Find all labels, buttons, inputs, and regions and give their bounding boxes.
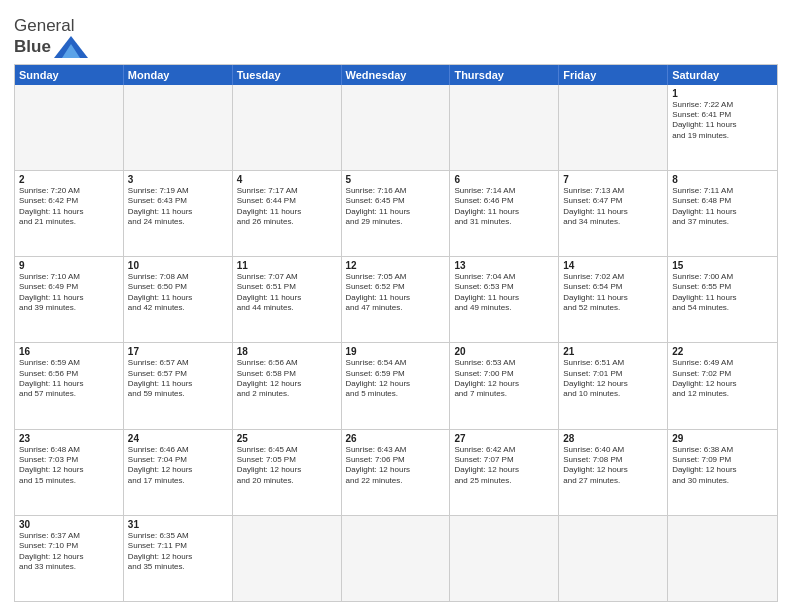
calendar-body: 1Sunrise: 7:22 AM Sunset: 6:41 PM Daylig…: [15, 85, 777, 601]
logo-blue-text: Blue: [14, 37, 51, 57]
cell-info: Sunrise: 6:54 AM Sunset: 6:59 PM Dayligh…: [346, 358, 446, 400]
cal-week-3: 16Sunrise: 6:59 AM Sunset: 6:56 PM Dayli…: [15, 342, 777, 428]
cell-info: Sunrise: 7:22 AM Sunset: 6:41 PM Dayligh…: [672, 100, 773, 142]
cell-info: Sunrise: 6:35 AM Sunset: 7:11 PM Dayligh…: [128, 531, 228, 573]
day-number: 1: [672, 88, 773, 99]
cal-cell: [124, 85, 233, 170]
day-number: 19: [346, 346, 446, 357]
cal-cell: 20Sunrise: 6:53 AM Sunset: 7:00 PM Dayli…: [450, 343, 559, 428]
cal-cell: 2Sunrise: 7:20 AM Sunset: 6:42 PM Daylig…: [15, 171, 124, 256]
cal-cell: 14Sunrise: 7:02 AM Sunset: 6:54 PM Dayli…: [559, 257, 668, 342]
cell-info: Sunrise: 6:51 AM Sunset: 7:01 PM Dayligh…: [563, 358, 663, 400]
cal-cell: 17Sunrise: 6:57 AM Sunset: 6:57 PM Dayli…: [124, 343, 233, 428]
cal-cell: 11Sunrise: 7:07 AM Sunset: 6:51 PM Dayli…: [233, 257, 342, 342]
cal-cell: 27Sunrise: 6:42 AM Sunset: 7:07 PM Dayli…: [450, 430, 559, 515]
cal-cell: [559, 516, 668, 601]
cal-cell: 18Sunrise: 6:56 AM Sunset: 6:58 PM Dayli…: [233, 343, 342, 428]
cal-cell: 29Sunrise: 6:38 AM Sunset: 7:09 PM Dayli…: [668, 430, 777, 515]
cal-cell: 12Sunrise: 7:05 AM Sunset: 6:52 PM Dayli…: [342, 257, 451, 342]
day-number: 24: [128, 433, 228, 444]
cell-info: Sunrise: 7:10 AM Sunset: 6:49 PM Dayligh…: [19, 272, 119, 314]
logo-icon: [54, 36, 88, 58]
day-number: 23: [19, 433, 119, 444]
day-number: 11: [237, 260, 337, 271]
cell-info: Sunrise: 7:17 AM Sunset: 6:44 PM Dayligh…: [237, 186, 337, 228]
cell-info: Sunrise: 7:14 AM Sunset: 6:46 PM Dayligh…: [454, 186, 554, 228]
cal-header-cell-sunday: Sunday: [15, 65, 124, 85]
cell-info: Sunrise: 6:59 AM Sunset: 6:56 PM Dayligh…: [19, 358, 119, 400]
day-number: 28: [563, 433, 663, 444]
day-number: 6: [454, 174, 554, 185]
cell-info: Sunrise: 7:11 AM Sunset: 6:48 PM Dayligh…: [672, 186, 773, 228]
cal-cell: [15, 85, 124, 170]
cell-info: Sunrise: 7:00 AM Sunset: 6:55 PM Dayligh…: [672, 272, 773, 314]
cal-cell: 22Sunrise: 6:49 AM Sunset: 7:02 PM Dayli…: [668, 343, 777, 428]
cell-info: Sunrise: 7:08 AM Sunset: 6:50 PM Dayligh…: [128, 272, 228, 314]
cal-header-cell-friday: Friday: [559, 65, 668, 85]
cell-info: Sunrise: 6:46 AM Sunset: 7:04 PM Dayligh…: [128, 445, 228, 487]
logo: General Blue: [14, 16, 88, 58]
cal-cell: 19Sunrise: 6:54 AM Sunset: 6:59 PM Dayli…: [342, 343, 451, 428]
day-number: 13: [454, 260, 554, 271]
cal-header-cell-tuesday: Tuesday: [233, 65, 342, 85]
page: General Blue SundayMondayTuesdayWednesda…: [0, 0, 792, 612]
cal-cell: [342, 516, 451, 601]
calendar: SundayMondayTuesdayWednesdayThursdayFrid…: [14, 64, 778, 602]
cell-info: Sunrise: 7:04 AM Sunset: 6:53 PM Dayligh…: [454, 272, 554, 314]
logo-text: General: [14, 16, 88, 36]
cal-cell: 7Sunrise: 7:13 AM Sunset: 6:47 PM Daylig…: [559, 171, 668, 256]
day-number: 20: [454, 346, 554, 357]
cal-cell: 6Sunrise: 7:14 AM Sunset: 6:46 PM Daylig…: [450, 171, 559, 256]
cal-cell: 9Sunrise: 7:10 AM Sunset: 6:49 PM Daylig…: [15, 257, 124, 342]
cal-week-4: 23Sunrise: 6:48 AM Sunset: 7:03 PM Dayli…: [15, 429, 777, 515]
cal-cell: [668, 516, 777, 601]
day-number: 2: [19, 174, 119, 185]
cal-cell: 15Sunrise: 7:00 AM Sunset: 6:55 PM Dayli…: [668, 257, 777, 342]
cell-info: Sunrise: 7:05 AM Sunset: 6:52 PM Dayligh…: [346, 272, 446, 314]
day-number: 3: [128, 174, 228, 185]
cal-cell: [450, 85, 559, 170]
day-number: 26: [346, 433, 446, 444]
cell-info: Sunrise: 7:13 AM Sunset: 6:47 PM Dayligh…: [563, 186, 663, 228]
cell-info: Sunrise: 7:07 AM Sunset: 6:51 PM Dayligh…: [237, 272, 337, 314]
cal-week-2: 9Sunrise: 7:10 AM Sunset: 6:49 PM Daylig…: [15, 256, 777, 342]
day-number: 30: [19, 519, 119, 530]
cal-header-cell-monday: Monday: [124, 65, 233, 85]
cal-cell: 13Sunrise: 7:04 AM Sunset: 6:53 PM Dayli…: [450, 257, 559, 342]
cal-cell: 31Sunrise: 6:35 AM Sunset: 7:11 PM Dayli…: [124, 516, 233, 601]
cal-cell: 10Sunrise: 7:08 AM Sunset: 6:50 PM Dayli…: [124, 257, 233, 342]
cell-info: Sunrise: 6:42 AM Sunset: 7:07 PM Dayligh…: [454, 445, 554, 487]
cell-info: Sunrise: 6:37 AM Sunset: 7:10 PM Dayligh…: [19, 531, 119, 573]
day-number: 21: [563, 346, 663, 357]
cell-info: Sunrise: 6:57 AM Sunset: 6:57 PM Dayligh…: [128, 358, 228, 400]
day-number: 14: [563, 260, 663, 271]
cell-info: Sunrise: 6:56 AM Sunset: 6:58 PM Dayligh…: [237, 358, 337, 400]
day-number: 7: [563, 174, 663, 185]
cal-header-cell-wednesday: Wednesday: [342, 65, 451, 85]
day-number: 5: [346, 174, 446, 185]
cell-info: Sunrise: 6:40 AM Sunset: 7:08 PM Dayligh…: [563, 445, 663, 487]
cal-cell: 1Sunrise: 7:22 AM Sunset: 6:41 PM Daylig…: [668, 85, 777, 170]
cal-week-0: 1Sunrise: 7:22 AM Sunset: 6:41 PM Daylig…: [15, 85, 777, 170]
day-number: 25: [237, 433, 337, 444]
day-number: 22: [672, 346, 773, 357]
header: General Blue: [14, 12, 778, 58]
cal-cell: 26Sunrise: 6:43 AM Sunset: 7:06 PM Dayli…: [342, 430, 451, 515]
cell-info: Sunrise: 7:02 AM Sunset: 6:54 PM Dayligh…: [563, 272, 663, 314]
cell-info: Sunrise: 7:20 AM Sunset: 6:42 PM Dayligh…: [19, 186, 119, 228]
cal-cell: 30Sunrise: 6:37 AM Sunset: 7:10 PM Dayli…: [15, 516, 124, 601]
day-number: 17: [128, 346, 228, 357]
cal-header-cell-thursday: Thursday: [450, 65, 559, 85]
calendar-header: SundayMondayTuesdayWednesdayThursdayFrid…: [15, 65, 777, 85]
day-number: 18: [237, 346, 337, 357]
day-number: 31: [128, 519, 228, 530]
cell-info: Sunrise: 6:49 AM Sunset: 7:02 PM Dayligh…: [672, 358, 773, 400]
cal-cell: 24Sunrise: 6:46 AM Sunset: 7:04 PM Dayli…: [124, 430, 233, 515]
cal-cell: 8Sunrise: 7:11 AM Sunset: 6:48 PM Daylig…: [668, 171, 777, 256]
cal-cell: 3Sunrise: 7:19 AM Sunset: 6:43 PM Daylig…: [124, 171, 233, 256]
cal-cell: 5Sunrise: 7:16 AM Sunset: 6:45 PM Daylig…: [342, 171, 451, 256]
cal-cell: 23Sunrise: 6:48 AM Sunset: 7:03 PM Dayli…: [15, 430, 124, 515]
cell-info: Sunrise: 6:45 AM Sunset: 7:05 PM Dayligh…: [237, 445, 337, 487]
cal-week-5: 30Sunrise: 6:37 AM Sunset: 7:10 PM Dayli…: [15, 515, 777, 601]
day-number: 12: [346, 260, 446, 271]
